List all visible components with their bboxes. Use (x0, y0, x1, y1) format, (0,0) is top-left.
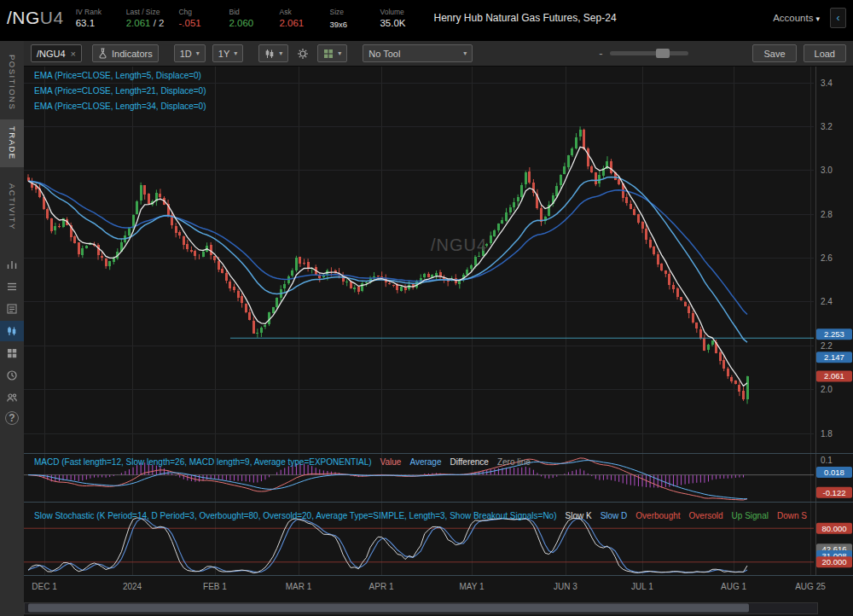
range-dropdown[interactable]: 1Y▾ (212, 44, 243, 62)
quote-header: /NGU4 IV Rank 63.1 Last / Size 2.061 / 2… (0, 0, 853, 36)
chart-area: 3.43.23.02.82.62.42.22.01.82.2532.1472.0… (24, 67, 853, 616)
svg-text:MAY 1: MAY 1 (459, 582, 485, 591)
layout-grid-dropdown[interactable]: ▾ (317, 44, 347, 62)
svg-text:2024: 2024 (123, 582, 142, 591)
svg-text:2.061: 2.061 (824, 371, 844, 381)
watchlist-gadget-icon[interactable] (0, 254, 24, 275)
svg-text:2.2: 2.2 (821, 341, 833, 351)
svg-text:3.4: 3.4 (821, 78, 833, 88)
drawing-tool-dropdown[interactable]: No Tool▾ (363, 44, 473, 62)
interval-dropdown[interactable]: 1D▾ (174, 44, 206, 62)
svg-text:0.018: 0.018 (824, 468, 844, 477)
chart-toolbar: /NGU4× Indicators 1D▾ 1Y▾ ▾ (24, 41, 853, 67)
svg-text:2.6: 2.6 (821, 253, 833, 263)
svg-text:3.0: 3.0 (821, 166, 833, 175)
chevron-down-icon: ▾ (196, 49, 200, 57)
users-icon[interactable] (0, 387, 24, 408)
svg-text:1.8: 1.8 (821, 429, 833, 439)
quote-field-last-size: Last / Size 2.061 / 2 (126, 8, 165, 28)
svg-text:-0.122: -0.122 (823, 488, 846, 497)
clear-symbol-icon[interactable]: × (71, 49, 76, 59)
chevron-down-icon: ▾ (338, 49, 341, 57)
zoom-slider[interactable] (610, 51, 688, 55)
load-button[interactable]: Load (804, 44, 846, 62)
sidebar-tab-activity[interactable]: ACTIVITY (0, 174, 24, 239)
svg-text:0.1: 0.1 (821, 456, 833, 465)
candlestick-icon (264, 49, 275, 59)
chevron-down-icon: ▾ (234, 49, 237, 57)
svg-text:80.000: 80.000 (821, 524, 846, 533)
collapse-panel-button[interactable]: ‹ (830, 8, 846, 28)
chevron-left-icon: ‹ (837, 12, 840, 24)
quote-field-bid: Bid 2.060 (229, 8, 264, 28)
quote-field-iv-rank: IV Rank 63.1 (76, 8, 112, 28)
svg-text:20.000: 20.000 (821, 557, 846, 567)
clock-icon[interactable] (0, 365, 24, 386)
grid-gadget-icon[interactable] (0, 343, 24, 363)
zoom-out-button[interactable]: - (599, 47, 602, 60)
svg-text:AUG 25: AUG 25 (795, 582, 826, 591)
grid-layout-icon (323, 49, 334, 59)
chevron-down-icon: ▾ (279, 49, 282, 57)
svg-text:APR 1: APR 1 (369, 582, 394, 591)
svg-text:3.2: 3.2 (821, 122, 833, 131)
left-sidebar: POSITIONS TRADE ACTIVITY (0, 41, 24, 616)
svg-text:MAR 1: MAR 1 (286, 582, 312, 591)
gear-icon (297, 48, 309, 60)
svg-text:2.8: 2.8 (821, 210, 833, 219)
svg-text:2.4: 2.4 (821, 297, 833, 306)
svg-text:DEC 1: DEC 1 (32, 582, 57, 591)
svg-text:2.147: 2.147 (824, 352, 844, 362)
zoom-slider-thumb[interactable] (656, 49, 670, 58)
svg-text:JUN 3: JUN 3 (554, 582, 577, 591)
chart-canvas[interactable]: 3.43.23.02.82.62.42.22.01.82.2532.1472.0… (24, 67, 853, 616)
contract-title: Henry Hub Natural Gas Futures, Sep-24 (433, 12, 616, 24)
flask-icon (98, 48, 107, 59)
save-button[interactable]: Save (752, 44, 796, 62)
orders-gadget-icon[interactable] (0, 299, 24, 319)
quote-field-size: Size 39x6 (329, 8, 365, 29)
svg-text:AUG 1: AUG 1 (721, 582, 746, 591)
sidebar-tab-trade[interactable]: TRADE (0, 119, 24, 167)
main-row: POSITIONS TRADE ACTIVITY (0, 41, 853, 616)
quote-field-ask: Ask 2.061 (279, 8, 315, 28)
svg-text:JUL 1: JUL 1 (631, 582, 653, 591)
symbol-title: /NGU4 (7, 8, 64, 28)
quote-field-chg: Chg -.051 (178, 8, 214, 28)
svg-text:2.0: 2.0 (821, 385, 833, 394)
trading-app: /NGU4 IV Rank 63.1 Last / Size 2.061 / 2… (0, 0, 853, 616)
symbol-input[interactable]: /NGU4× (31, 44, 82, 62)
indicators-button[interactable]: Indicators (92, 44, 159, 62)
chart-gadget-icon[interactable] (0, 321, 24, 341)
list-gadget-icon[interactable] (0, 276, 24, 297)
help-icon[interactable]: ? (0, 408, 24, 428)
accounts-dropdown[interactable]: Accounts▾ (773, 13, 820, 23)
svg-text:FEB 1: FEB 1 (203, 582, 227, 591)
chart-panel: /NGU4× Indicators 1D▾ 1Y▾ ▾ (24, 41, 853, 616)
chevron-down-icon: ▾ (815, 15, 820, 23)
quote-field-volume: Volume 35.0K (380, 8, 415, 28)
svg-text:2.253: 2.253 (824, 329, 844, 339)
chart-type-dropdown[interactable]: ▾ (258, 44, 288, 62)
chart-settings-button[interactable] (295, 45, 310, 61)
sidebar-tab-positions[interactable]: POSITIONS (0, 49, 24, 116)
chevron-down-icon: ▾ (463, 49, 467, 57)
